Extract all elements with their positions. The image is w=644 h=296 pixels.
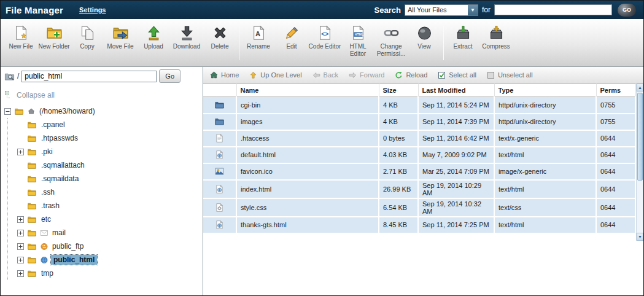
toolbar-extract-button[interactable]: Extract [446,25,479,50]
search-scope-select[interactable]: All Your Files ▼ [405,4,478,16]
tree-item-public_ftp[interactable]: public_ftp [17,240,203,253]
expand-plus-icon[interactable] [17,270,24,277]
filebar-up-one-level-button[interactable]: Up One Level [249,71,301,80]
cell-size: 2.71 KB [379,163,418,180]
cell-modified: Sep 11, 2014 6:42 PM [418,130,494,147]
forward-icon [348,71,357,80]
filebar-home-button[interactable]: Home [209,71,239,80]
tree-root[interactable]: (/home3/howard) [4,104,203,118]
change-permissions-icon [383,25,400,41]
cell-name[interactable]: .htaccess [236,130,379,147]
search-go-button[interactable]: GO [618,4,636,17]
filebar-back-button[interactable]: Back [312,71,338,80]
toolbar-code-editor-button[interactable]: <>Code Editor [308,25,341,50]
cell-name[interactable]: index.html [236,180,379,198]
scrollbar-thumb[interactable] [637,93,643,181]
toolbar-move-file-button[interactable]: Move File [104,25,137,50]
tree-item-trash[interactable]: .trash [17,199,203,212]
scrollbar-track[interactable] [637,92,643,233]
column-header-size[interactable]: Size [379,84,418,97]
cell-name[interactable]: style.css [236,198,379,217]
tree-item-label: tmp [40,268,55,278]
expand-plus-icon[interactable] [17,243,24,250]
tree-item-label: .ssh [40,187,56,197]
folder-icon [26,201,37,211]
tree-item-htpasswds[interactable]: .htpasswds [17,131,203,145]
edit-icon [284,25,300,41]
toolbar-separator [443,26,444,60]
filebar-forward-button[interactable]: Forward [348,71,384,80]
tree-item-sqmailattach[interactable]: .sqmailattach [17,158,203,172]
content: / Go Collapse all (/home3/howard).cpanel… [1,67,643,295]
tree-item-ssh[interactable]: .ssh [17,185,203,199]
file-row-thanks-gtshtml[interactable]: thanks-gts.html8.45 KBSep 11, 2014 7:25 … [203,217,635,233]
collapse-expander-icon[interactable] [4,108,11,115]
tree-item-public_html[interactable]: public_html [17,253,203,267]
column-header-last-modified[interactable]: Last Modified [418,84,494,97]
expand-plus-icon[interactable] [17,149,24,155]
file-row-faviconico[interactable]: favicon.ico2.71 KBMar 25, 2014 7:09 PMim… [203,163,635,180]
filebar-reload-button[interactable]: Reload [394,71,427,80]
toolbar-html-editor-button[interactable]: HTMLHTML Editor [341,25,374,57]
toolbar-button-label: View [408,43,441,50]
cell-type: text/html [494,180,596,198]
filebar-button-label: Select all [449,71,476,79]
file-row-indexhtml[interactable]: index.html26.99 KBSep 19, 2014 10:29 AMt… [203,180,635,198]
tree-item-label: .sqmailattach [40,160,86,170]
scroll-down-button[interactable]: ▼ [637,233,643,241]
cell-name[interactable]: default.html [236,147,379,163]
toolbar-download-button[interactable]: Download [170,25,203,50]
html-file-icon [214,220,225,230]
toolbar-change-permissions-button[interactable]: Change Permissi... [374,25,408,57]
toolbar-copy-button[interactable]: Copy [71,25,104,50]
toolbar-new-folder-button[interactable]: New Folder [37,25,71,50]
css-file-icon [214,203,225,212]
toolbar-upload-button[interactable]: Upload [137,25,170,50]
cell-perms: 0644 [596,217,635,233]
up-one-level-icon [249,71,258,80]
column-header-perms[interactable]: Perms [596,84,635,97]
path-go-button[interactable]: Go [159,69,180,83]
tree-item-etc[interactable]: etc [17,212,203,226]
tree-item-pki[interactable]: .pki [17,145,203,158]
cell-name[interactable]: images [236,114,379,130]
file-row-cgi-bin[interactable]: cgi-bin4 KBSep 11, 2014 5:24 PMhttpd/uni… [203,97,635,114]
settings-link[interactable]: Settings [79,6,106,14]
folder-icon [26,174,37,184]
tree-item-mail[interactable]: mail [17,226,203,240]
tree-item-label: etc [40,214,52,224]
column-header-name[interactable]: Name [236,84,379,97]
toolbar-delete-button[interactable]: Delete [203,25,236,50]
filebar-select-all-button[interactable]: Select all [437,71,476,80]
toolbar-view-button[interactable]: View [408,25,441,50]
file-table-area: NameSizeLast ModifiedTypePermscgi-bin4 K… [203,84,643,241]
filebar-unselect-all-button[interactable]: Unselect all [486,71,533,80]
vertical-scrollbar[interactable]: ▲ ▼ [636,84,643,241]
tree-item-sqmaildata[interactable]: .sqmaildata [17,172,203,185]
tree-item-tmp[interactable]: tmp [17,267,203,280]
toolbar-compress-button[interactable]: Compress [479,25,513,50]
search-input[interactable] [494,4,612,15]
expand-plus-icon[interactable] [17,216,24,223]
file-row-images[interactable]: images4 KBSep 11, 2014 7:39 PMhttpd/unix… [203,114,635,130]
delete-icon [212,25,228,41]
expand-plus-icon[interactable] [17,257,24,263]
tree-item-cpanel[interactable]: .cpanel [17,118,203,131]
cell-type: image/x-generic [494,163,596,180]
column-header-type[interactable]: Type [494,84,596,97]
cell-name[interactable]: thanks-gts.html [236,217,379,233]
toolbar-edit-button[interactable]: Edit [275,25,308,50]
cell-name[interactable]: favicon.ico [236,163,379,180]
path-input[interactable] [21,71,157,82]
scroll-up-button[interactable]: ▲ [637,84,643,92]
file-row-htaccess[interactable]: .htaccess0 bytesSep 11, 2014 6:42 PMtext… [203,130,635,147]
file-row-defaulthtml[interactable]: default.html4.03 KBMay 7, 2009 9:02 PMte… [203,147,635,163]
collapse-all-button[interactable]: Collapse all [1,85,203,102]
file-row-stylecss[interactable]: style.css6.54 KBSep 19, 2014 10:32 AMtex… [203,198,635,217]
toolbar-button-label: Copy [71,43,104,50]
toolbar-separator [239,26,239,60]
cell-name[interactable]: cgi-bin [236,97,379,114]
toolbar-new-file-button[interactable]: New File [4,25,37,50]
expand-plus-icon[interactable] [17,230,24,236]
toolbar-rename-button[interactable]: ARename [242,25,275,50]
